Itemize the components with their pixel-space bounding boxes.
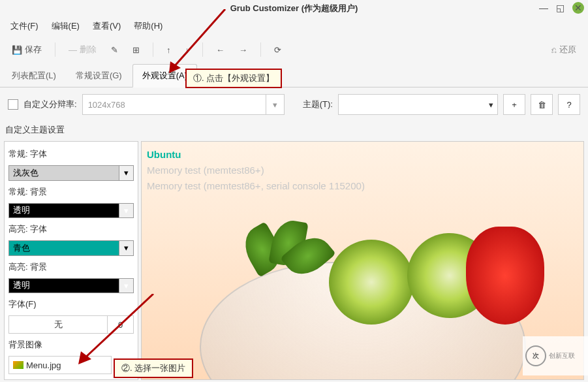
normal-bg-label: 常规: 背景: [8, 185, 134, 199]
highlight-font-color-select[interactable]: 青色 ▾: [8, 240, 134, 256]
separator: [153, 42, 153, 57]
save-icon: 💾: [12, 45, 22, 55]
refresh-icon: ⟳: [274, 45, 281, 55]
grub-entry: Memory test (memtest86+): [147, 163, 365, 178]
delete-button[interactable]: — 删除: [63, 40, 102, 59]
grub-entry: Memory test (memtest86+, serial console …: [147, 178, 365, 194]
save-button[interactable]: 💾 保存: [7, 40, 47, 59]
svg-line-2: [84, 294, 153, 359]
arrow-right-icon: →: [239, 45, 247, 55]
custom-theme-section-label: 自定义主题设置: [0, 121, 588, 138]
restore-icon: ⎌: [551, 45, 557, 55]
tab-list-config[interactable]: 列表配置(L): [3, 65, 65, 87]
plus-box-icon: ⊞: [132, 45, 140, 55]
theme-help-button[interactable]: ?: [558, 94, 580, 115]
grub-entry-selected: Ubuntu: [147, 147, 365, 163]
close-button[interactable]: ✕: [572, 2, 584, 14]
chevron-down-icon: ▾: [119, 279, 133, 293]
menu-bar: 文件(F) 编辑(E) 查看(V) 帮助(H): [0, 17, 588, 35]
window-title: Grub Customizer (作为超级用户): [230, 3, 358, 14]
highlight-bg-color-select[interactable]: 透明 ▾: [8, 278, 134, 294]
chevron-down-icon: ▾: [266, 95, 284, 114]
custom-resolution-label: 自定义分辩率:: [23, 99, 77, 110]
menu-view[interactable]: 查看(V): [87, 18, 126, 35]
menu-file[interactable]: 文件(F): [5, 18, 44, 35]
menu-help[interactable]: 帮助(H): [129, 18, 168, 35]
theme-label: 主题(T):: [303, 99, 333, 110]
menu-edit[interactable]: 编辑(E): [46, 18, 85, 35]
question-icon: ?: [566, 100, 571, 110]
watermark-text: 创新互联: [549, 351, 575, 360]
trash-icon: 🗑: [538, 100, 546, 110]
toolbar: 💾 保存 — 删除 ✎ ⊞ ↑ ↓ ← → ⟳ ⎌ 还原: [0, 35, 588, 64]
highlight-bg-label: 高亮: 背景: [8, 260, 134, 274]
custom-resolution-checkbox[interactable]: [8, 99, 18, 110]
chevron-down-icon: ▾: [119, 166, 133, 180]
restore-button[interactable]: ⎌ 还原: [546, 40, 581, 59]
watermark: 次 创新互联: [523, 336, 588, 375]
theme-delete-button[interactable]: 🗑: [531, 94, 553, 115]
add-button[interactable]: ⊞: [127, 41, 145, 59]
forward-button[interactable]: →: [234, 41, 253, 59]
svg-line-0: [173, 9, 225, 68]
highlight-font-label: 高亮: 字体: [8, 222, 134, 236]
normal-bg-color-select[interactable]: 透明 ▾: [8, 203, 134, 219]
chevron-down-icon: ▾: [119, 241, 133, 255]
callout-2: ②. 选择一张图片: [114, 358, 193, 378]
theme-add-button[interactable]: +: [503, 94, 525, 115]
tab-bar: 列表配置(L) 常规设置(G) 外观设置(A): [0, 64, 588, 88]
chevron-down-icon: ▾: [489, 100, 493, 110]
svg-marker-1: [169, 61, 181, 73]
refresh-button[interactable]: ⟳: [269, 41, 286, 59]
resolution-select[interactable]: 1024x768 ▾: [82, 94, 285, 115]
chevron-down-icon: ▾: [119, 204, 133, 218]
plus-icon: +: [512, 100, 517, 110]
resolution-row: 自定义分辩率: 1024x768 ▾ 主题(T): ▾ + 🗑 ?: [0, 88, 588, 121]
edit-button[interactable]: ✎: [106, 41, 123, 59]
grub-menu-text: Ubuntu Memory test (memtest86+) Memory t…: [147, 147, 365, 194]
annotation-arrow-1: [166, 9, 229, 74]
minimize-button[interactable]: —: [539, 3, 548, 13]
minus-icon: —: [69, 45, 77, 55]
separator: [260, 42, 261, 57]
watermark-logo-icon: 次: [525, 345, 546, 366]
pencil-icon: ✎: [111, 45, 118, 55]
separator: [55, 42, 55, 57]
grub-preview: Ubuntu Memory test (memtest86+) Memory t…: [141, 141, 584, 380]
maximize-button[interactable]: ◱: [556, 3, 565, 13]
callout-1: ①. 点击【外观设置】: [185, 69, 282, 88]
tab-general[interactable]: 常规设置(G): [67, 65, 131, 87]
window-controls: — ◱ ✕: [539, 2, 584, 14]
bg-thumbnail-icon: [13, 361, 23, 369]
normal-font-label: 常规: 字体: [8, 147, 134, 161]
title-bar: Grub Customizer (作为超级用户) — ◱ ✕: [0, 0, 588, 17]
normal-font-color-select[interactable]: 浅灰色 ▾: [8, 165, 134, 181]
theme-select[interactable]: ▾: [338, 94, 498, 115]
